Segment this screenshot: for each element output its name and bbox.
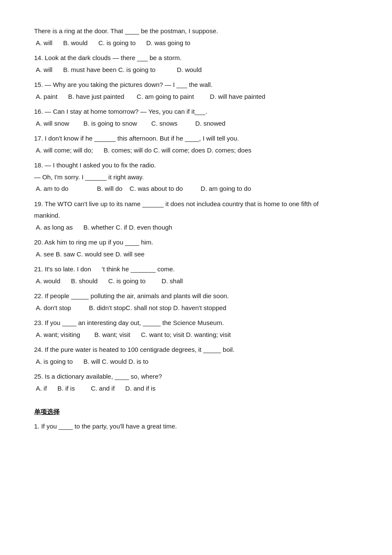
q19-options: A. as long as B. whether C. if D. even t… xyxy=(34,222,358,233)
question-24: 24. If the pure water is heated to 100 c… xyxy=(34,344,358,367)
q13-options: A. will B. would C. is going to D. was g… xyxy=(34,37,358,49)
q22-number: 22. xyxy=(34,292,43,299)
questions-container: There is a ring at the door. That ____ b… xyxy=(34,26,358,431)
question-17: 17. I don't know if he ______ this after… xyxy=(34,133,358,155)
q17-options: A. will come; will do; B. comes; will do… xyxy=(34,145,358,156)
question-15: 15. — Why are you taking the pictures do… xyxy=(34,79,358,102)
q20-text: 20. Ask him to ring me up if you ____ hi… xyxy=(34,237,358,248)
q17-text: 17. I don't know if he ______ this after… xyxy=(34,133,358,144)
question-22: 22. If people _____ polluting the air, a… xyxy=(34,290,358,313)
q18-options: A. am to do B. will do C. was about to d… xyxy=(34,183,358,194)
q14-text: 14. Look at the dark clouds — there ___ … xyxy=(34,52,358,63)
q24-number: 24. xyxy=(34,346,43,353)
question-25: 25. Is a dictionary available, ____ so, … xyxy=(34,371,358,394)
question-23: 23. If you ____ an interesting day out, … xyxy=(34,317,358,340)
q15-options: A. paint B. have just painted C. am goin… xyxy=(34,91,358,102)
q21-text: 21. It's so late. I don 't think he ____… xyxy=(34,264,358,275)
q21-number: 21. xyxy=(34,265,43,273)
q25-number: 25. xyxy=(34,373,43,380)
q18-number: 18. xyxy=(34,161,43,169)
q15-number: 15. xyxy=(34,81,43,88)
q16-number: 16. xyxy=(34,108,43,115)
q14-number: 14. xyxy=(34,54,43,61)
question-13: There is a ring at the door. That ____ b… xyxy=(34,26,358,48)
q18-text: 18. — I thought I asked you to fix the r… xyxy=(34,160,358,171)
q23-number: 23. xyxy=(34,319,43,326)
question-16: 16. — Can I stay at home tomorrow? — Yes… xyxy=(34,106,358,129)
question-14: 14. Look at the dark clouds — there ___ … xyxy=(34,52,358,75)
q23-options: A. want; visiting B. want; visit C. want… xyxy=(34,329,358,340)
q20-number: 20. xyxy=(34,239,43,246)
q17-number: 17. xyxy=(34,135,43,142)
q24-options: A. is going to B. will C. would D. is to xyxy=(34,356,358,367)
q24-text: 24. If the pure water is heated to 100 c… xyxy=(34,344,358,355)
question-18: 18. — I thought I asked you to fix the r… xyxy=(34,160,358,194)
q22-text: 22. If people _____ polluting the air, a… xyxy=(34,290,358,302)
q16-options: A. will snow B. is going to snow C. snow… xyxy=(34,118,358,129)
q13-text: There is a ring at the door. That ____ b… xyxy=(34,26,358,37)
q19-number: 19. xyxy=(34,200,43,207)
section-heading: 单项选择 xyxy=(34,406,358,417)
q14-options: A. will B. must have been C. is going to… xyxy=(34,64,358,75)
q25-text: 25. Is a dictionary available, ____ so, … xyxy=(34,371,358,382)
sq1-text: 1. If you ____ to the party, you'll have… xyxy=(34,421,358,432)
q20-options: A. see B. saw C. would see D. will see xyxy=(34,249,358,260)
section-question-1: 1. If you ____ to the party, you'll have… xyxy=(34,421,358,432)
q21-options: A. would B. should C. is going to D. sha… xyxy=(34,276,358,287)
question-19: 19. The WTO can't live up to its name __… xyxy=(34,198,358,233)
sq1-number: 1. xyxy=(34,423,40,430)
q18-text2: — Oh, I'm sorry. I ______ it right away. xyxy=(34,172,358,183)
question-20: 20. Ask him to ring me up if you ____ hi… xyxy=(34,237,358,259)
q23-text: 23. If you ____ an interesting day out, … xyxy=(34,317,358,328)
q22-options: A. don't stop B. didn't stopC. shall not… xyxy=(34,302,358,313)
question-21: 21. It's so late. I don 't think he ____… xyxy=(34,264,358,286)
q25-options: A. if B. if is C. and if D. and if is xyxy=(34,383,358,394)
q16-text: 16. — Can I stay at home tomorrow? — Yes… xyxy=(34,106,358,117)
q15-text: 15. — Why are you taking the pictures do… xyxy=(34,79,358,90)
q19-text2: mankind. xyxy=(34,210,358,221)
q19-text: 19. The WTO can't live up to its name __… xyxy=(34,198,358,210)
